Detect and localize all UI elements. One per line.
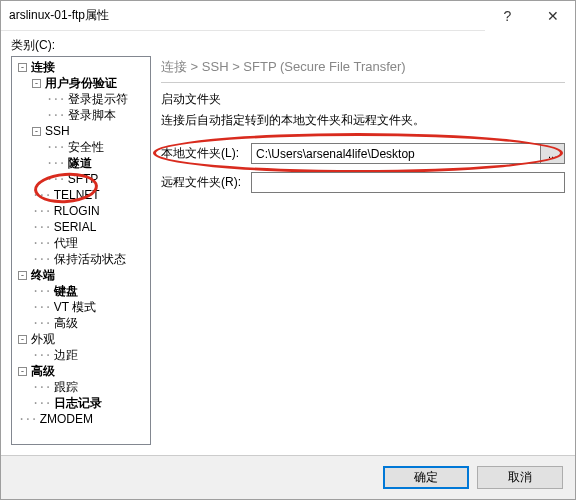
tree-item-telnet[interactable]: ···TELNET bbox=[30, 187, 150, 203]
close-button[interactable]: ✕ bbox=[530, 1, 575, 31]
collapse-icon[interactable]: - bbox=[32, 127, 41, 136]
remote-folder-input[interactable] bbox=[251, 172, 565, 193]
tree-dots-icon: ··· bbox=[32, 379, 51, 395]
section-description: 连接后自动指定转到的本地文件夹和远程文件夹。 bbox=[161, 112, 565, 129]
category-tree[interactable]: - 连接 - 用户身份验证 ···登录提 bbox=[11, 56, 151, 445]
tree-item-keepalive[interactable]: ···保持活动状态 bbox=[30, 251, 150, 267]
remote-folder-label: 远程文件夹(R): bbox=[161, 174, 251, 191]
tree-dots-icon: ··· bbox=[46, 139, 65, 155]
section-title: 启动文件夹 bbox=[161, 91, 565, 108]
tree-item-login-script[interactable]: ···登录脚本 bbox=[44, 107, 150, 123]
collapse-icon[interactable]: - bbox=[32, 79, 41, 88]
tree-item-serial[interactable]: ···SERIAL bbox=[30, 219, 150, 235]
tree-item-connection[interactable]: - 连接 bbox=[16, 59, 150, 75]
tree-item-security[interactable]: ···安全性 bbox=[44, 139, 150, 155]
tree-dots-icon: ··· bbox=[32, 299, 51, 315]
body: - 连接 - 用户身份验证 ···登录提 bbox=[11, 56, 565, 445]
collapse-icon[interactable]: - bbox=[18, 271, 27, 280]
tree-dots-icon: ··· bbox=[32, 283, 51, 299]
tree-dots-icon: ··· bbox=[32, 187, 51, 203]
tree-dots-icon: ··· bbox=[32, 347, 51, 363]
category-label: 类别(C): bbox=[11, 37, 565, 54]
tree-dots-icon: ··· bbox=[32, 395, 51, 411]
tree-dots-icon: ··· bbox=[32, 235, 51, 251]
tree-item-auth[interactable]: - 用户身份验证 bbox=[30, 75, 150, 91]
tree-item-vtmode[interactable]: ···VT 模式 bbox=[30, 299, 150, 315]
tree-item-appearance[interactable]: - 外观 bbox=[16, 331, 150, 347]
tree-dots-icon: ··· bbox=[32, 251, 51, 267]
tree-item-advanced-terminal[interactable]: ···高级 bbox=[30, 315, 150, 331]
local-folder-label: 本地文件夹(L): bbox=[161, 145, 251, 162]
tree-item-rlogin[interactable]: ···RLOGIN bbox=[30, 203, 150, 219]
tree-dots-icon: ··· bbox=[46, 155, 65, 171]
tree-dots-icon: ··· bbox=[18, 411, 37, 427]
tree-item-sftp[interactable]: ···SFTP bbox=[44, 171, 150, 187]
tree-item-terminal[interactable]: - 终端 bbox=[16, 267, 150, 283]
remote-folder-row: 远程文件夹(R): bbox=[161, 172, 565, 193]
tree-dots-icon: ··· bbox=[46, 171, 65, 187]
tree-item-proxy[interactable]: ···代理 bbox=[30, 235, 150, 251]
tree-item-logging[interactable]: ···日志记录 bbox=[30, 395, 150, 411]
tree-item-tunnel[interactable]: ···隧道 bbox=[44, 155, 150, 171]
collapse-icon[interactable]: - bbox=[18, 367, 27, 376]
ok-button[interactable]: 确定 bbox=[383, 466, 469, 489]
dialog-window: arslinux-01-ftp属性 ? ✕ 类别(C): - 连接 bbox=[0, 0, 576, 500]
tree-dots-icon: ··· bbox=[32, 219, 51, 235]
breadcrumb: 连接 > SSH > SFTP (Secure File Transfer) bbox=[161, 56, 565, 83]
content-area: 类别(C): - 连接 - bbox=[1, 31, 575, 455]
help-button[interactable]: ? bbox=[485, 1, 530, 31]
tree-item-login-prompt[interactable]: ···登录提示符 bbox=[44, 91, 150, 107]
browse-local-button[interactable]: ... bbox=[541, 143, 565, 164]
window-title: arslinux-01-ftp属性 bbox=[1, 7, 485, 24]
cancel-button[interactable]: 取消 bbox=[477, 466, 563, 489]
local-folder-input[interactable] bbox=[251, 143, 541, 164]
collapse-icon[interactable]: - bbox=[18, 63, 27, 72]
collapse-icon[interactable]: - bbox=[18, 335, 27, 344]
tree-dots-icon: ··· bbox=[46, 91, 65, 107]
dialog-footer: 确定 取消 bbox=[1, 455, 575, 499]
tree-dots-icon: ··· bbox=[32, 203, 51, 219]
local-folder-row: 本地文件夹(L): ... bbox=[161, 143, 565, 164]
titlebar: arslinux-01-ftp属性 ? ✕ bbox=[1, 1, 575, 31]
settings-panel: 连接 > SSH > SFTP (Secure File Transfer) 启… bbox=[161, 56, 565, 445]
tree-item-ssh[interactable]: - SSH bbox=[30, 123, 150, 139]
tree-item-advanced[interactable]: - 高级 bbox=[16, 363, 150, 379]
tree-item-trace[interactable]: ···跟踪 bbox=[30, 379, 150, 395]
tree-dots-icon: ··· bbox=[46, 107, 65, 123]
tree-item-keyboard[interactable]: ···键盘 bbox=[30, 283, 150, 299]
tree-item-margin[interactable]: ···边距 bbox=[30, 347, 150, 363]
tree-dots-icon: ··· bbox=[32, 315, 51, 331]
tree-item-zmodem[interactable]: ···ZMODEM bbox=[16, 411, 150, 427]
